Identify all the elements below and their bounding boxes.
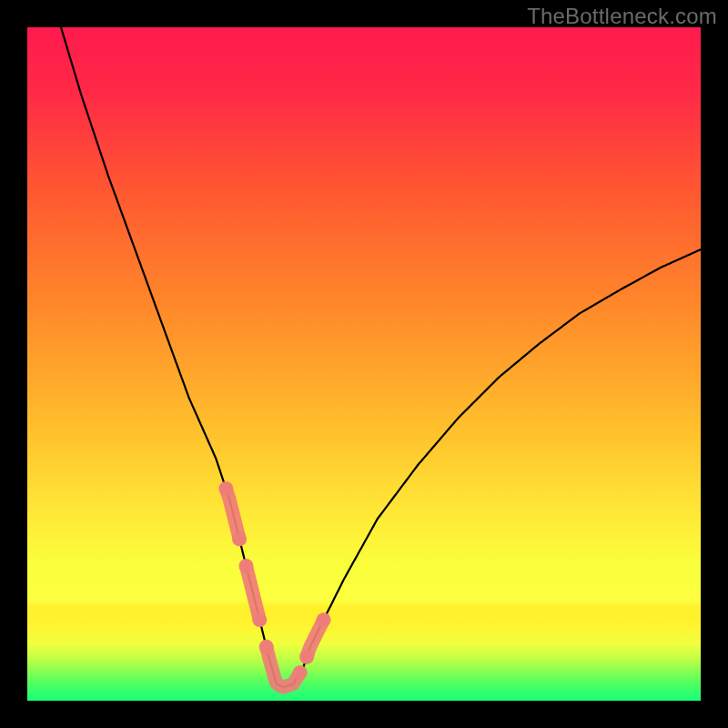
watermark-text: TheBottleneck.com [527, 4, 717, 29]
marker-dot [317, 612, 331, 627]
plot-area [27, 27, 701, 701]
marker-dot [299, 650, 314, 664]
frame: TheBottleneck.com [0, 0, 728, 728]
chart-svg [27, 27, 701, 701]
marker-dot [232, 531, 247, 546]
gradient-bg [27, 27, 701, 701]
marker-dot [239, 559, 254, 573]
marker-dot [218, 481, 233, 496]
marker-dot [252, 612, 267, 627]
marker-dot [259, 640, 274, 654]
marker-dot [293, 665, 308, 680]
